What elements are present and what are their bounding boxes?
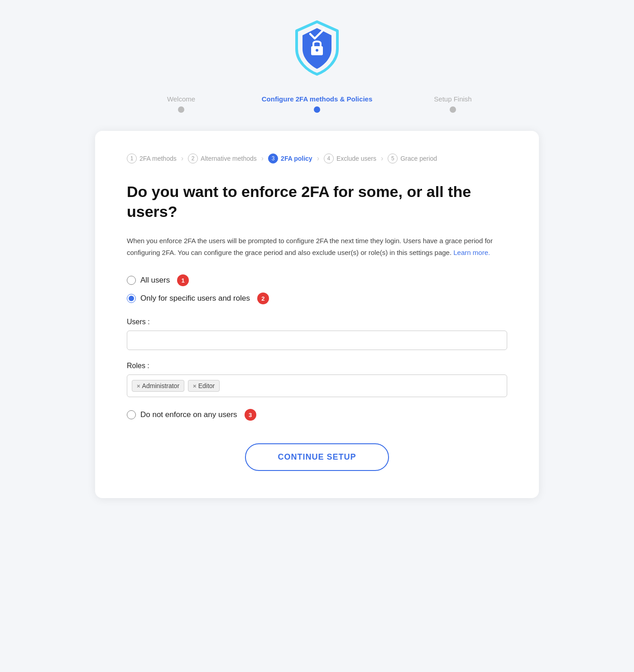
shield-logo-icon <box>290 18 344 77</box>
sub-step-5-label: Grace period <box>400 155 437 162</box>
sub-step-alternative-methods[interactable]: 2 Alternative methods <box>188 154 257 163</box>
sub-step-2fa-policy[interactable]: 3 2FA policy <box>268 154 312 163</box>
sub-step-2-circle: 2 <box>188 154 198 163</box>
logo-container <box>290 18 344 77</box>
radio-no-enforce-label: Do not enforce on any users <box>140 410 237 419</box>
roles-field-group: Roles : × Administrator × Editor <box>127 362 507 397</box>
sub-step-2fa-methods[interactable]: 1 2FA methods <box>127 154 177 163</box>
radio-option-no-enforce[interactable]: Do not enforce on any users 3 <box>127 409 507 421</box>
radio-specific-users[interactable] <box>127 294 136 303</box>
description: When you enforce 2FA the users will be p… <box>127 235 507 258</box>
tag-administrator: × Administrator <box>132 380 184 392</box>
step-configure: Configure 2FA methods & Policies <box>249 95 385 113</box>
sub-step-4-label: Exclude users <box>336 155 376 162</box>
sub-step-2-label: Alternative methods <box>201 155 257 162</box>
step-welcome-label: Welcome <box>167 95 195 103</box>
users-label: Users : <box>127 318 507 326</box>
step-welcome-dot <box>178 106 184 113</box>
step-configure-label: Configure 2FA methods & Policies <box>262 95 372 103</box>
step-finish-dot <box>450 106 456 113</box>
sub-step-exclude-users[interactable]: 4 Exclude users <box>324 154 376 163</box>
step-finish: Setup Finish <box>385 95 521 113</box>
sub-step-grace-period[interactable]: 5 Grace period <box>388 154 437 163</box>
sub-step-1-label: 2FA methods <box>139 155 177 162</box>
separator-4: › <box>381 154 383 163</box>
separator-1: › <box>181 154 183 163</box>
radio-group-no-enforce: Do not enforce on any users 3 <box>127 409 507 421</box>
tag-administrator-label: Administrator <box>142 382 179 389</box>
users-input[interactable] <box>127 331 507 350</box>
badge-2: 2 <box>257 293 269 304</box>
page-title: Do you want to enforce 2FA for some, or … <box>127 182 507 221</box>
sub-steps: 1 2FA methods › 2 Alternative methods › … <box>127 154 507 163</box>
badge-1: 1 <box>177 274 189 286</box>
sub-step-4-circle: 4 <box>324 154 334 163</box>
radio-specific-users-label: Only for specific users and roles <box>140 294 250 303</box>
tag-editor: × Editor <box>188 380 220 392</box>
sub-step-5-circle: 5 <box>388 154 398 163</box>
separator-2: › <box>261 154 264 163</box>
radio-no-enforce[interactable] <box>127 410 136 419</box>
radio-all-users[interactable] <box>127 276 136 285</box>
continue-setup-button[interactable]: CONTINUE SETUP <box>245 443 389 471</box>
tag-administrator-remove[interactable]: × <box>137 383 140 389</box>
learn-more-link[interactable]: Learn more. <box>453 249 490 256</box>
step-configure-dot <box>314 106 320 113</box>
description-text: When you enforce 2FA the users will be p… <box>127 237 493 256</box>
separator-3: › <box>317 154 319 163</box>
radio-option-all-users[interactable]: All users 1 <box>127 274 507 286</box>
step-finish-label: Setup Finish <box>434 95 471 103</box>
radio-all-users-label: All users <box>140 276 170 285</box>
tag-editor-label: Editor <box>198 382 215 389</box>
continue-btn-container: CONTINUE SETUP <box>127 443 507 471</box>
step-welcome: Welcome <box>113 95 249 113</box>
main-card: 1 2FA methods › 2 Alternative methods › … <box>95 131 539 498</box>
radio-group: All users 1 Only for specific users and … <box>127 274 507 304</box>
sub-step-3-label: 2FA policy <box>281 155 312 162</box>
progress-steps: Welcome Configure 2FA methods & Policies… <box>113 95 521 113</box>
svg-point-1 <box>316 49 318 52</box>
radio-option-specific-users[interactable]: Only for specific users and roles 2 <box>127 293 507 304</box>
sub-step-1-circle: 1 <box>127 154 137 163</box>
tag-editor-remove[interactable]: × <box>193 383 197 389</box>
badge-3: 3 <box>245 409 256 421</box>
sub-step-3-circle: 3 <box>268 154 278 163</box>
roles-tags-input[interactable]: × Administrator × Editor <box>127 374 507 397</box>
users-field-group: Users : <box>127 318 507 350</box>
roles-label: Roles : <box>127 362 507 370</box>
